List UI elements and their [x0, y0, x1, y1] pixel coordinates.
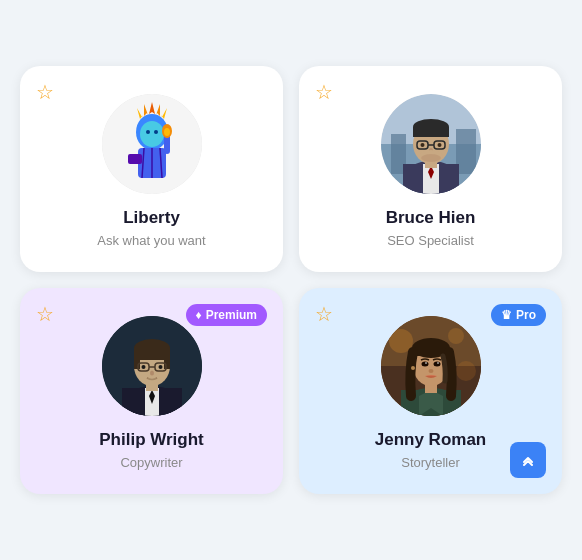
premium-label: Premium — [206, 308, 257, 322]
philip-name: Philip Wright — [99, 430, 204, 450]
svg-point-76 — [428, 369, 433, 373]
svg-point-33 — [420, 143, 424, 147]
avatar-philip — [102, 316, 202, 416]
svg-point-7 — [140, 121, 164, 147]
philip-role: Copywriter — [120, 455, 182, 470]
avatar-liberty — [102, 94, 202, 194]
svg-point-56 — [147, 377, 157, 381]
svg-point-75 — [437, 362, 439, 364]
svg-point-71 — [411, 366, 415, 370]
svg-point-8 — [146, 130, 150, 134]
svg-point-9 — [154, 130, 158, 134]
star-button-philip[interactable]: ☆ — [36, 304, 54, 324]
jenny-role: Storyteller — [401, 455, 460, 470]
svg-point-73 — [433, 362, 440, 367]
svg-point-34 — [437, 143, 441, 147]
pro-label: Pro — [516, 308, 536, 322]
svg-point-74 — [425, 362, 427, 364]
diamond-icon: ♦ — [196, 308, 202, 322]
svg-rect-17 — [128, 154, 142, 164]
svg-rect-29 — [413, 127, 449, 137]
star-button-jenny[interactable]: ☆ — [315, 304, 333, 324]
bruce-role: SEO Specialist — [387, 233, 474, 248]
svg-rect-49 — [164, 354, 170, 369]
avatar-jenny — [381, 316, 481, 416]
pro-badge: ♛ Pro — [491, 304, 546, 326]
star-button-liberty[interactable]: ☆ — [36, 82, 54, 102]
card-jenny: ☆ ♛ Pro — [299, 288, 562, 494]
svg-point-62 — [456, 361, 476, 381]
card-grid: ☆ — [0, 46, 582, 514]
jenny-name: Jenny Roman — [375, 430, 486, 450]
card-philip: ☆ ♦ Premium — [20, 288, 283, 494]
scroll-up-button[interactable] — [510, 442, 546, 478]
card-liberty: ☆ — [20, 66, 283, 272]
svg-point-72 — [421, 362, 428, 367]
crown-icon: ♛ — [501, 308, 512, 322]
premium-badge: ♦ Premium — [186, 304, 267, 326]
svg-point-13 — [164, 128, 170, 136]
bruce-name: Bruce Hien — [386, 208, 476, 228]
svg-point-37 — [421, 154, 441, 162]
svg-point-54 — [158, 365, 162, 369]
star-button-bruce[interactable]: ☆ — [315, 82, 333, 102]
svg-point-61 — [448, 328, 464, 344]
svg-point-55 — [150, 371, 154, 376]
liberty-role: Ask what you want — [97, 233, 205, 248]
card-bruce: ☆ — [299, 66, 562, 272]
liberty-name: Liberty — [123, 208, 180, 228]
svg-rect-48 — [134, 354, 140, 369]
svg-point-53 — [141, 365, 145, 369]
avatar-bruce — [381, 94, 481, 194]
